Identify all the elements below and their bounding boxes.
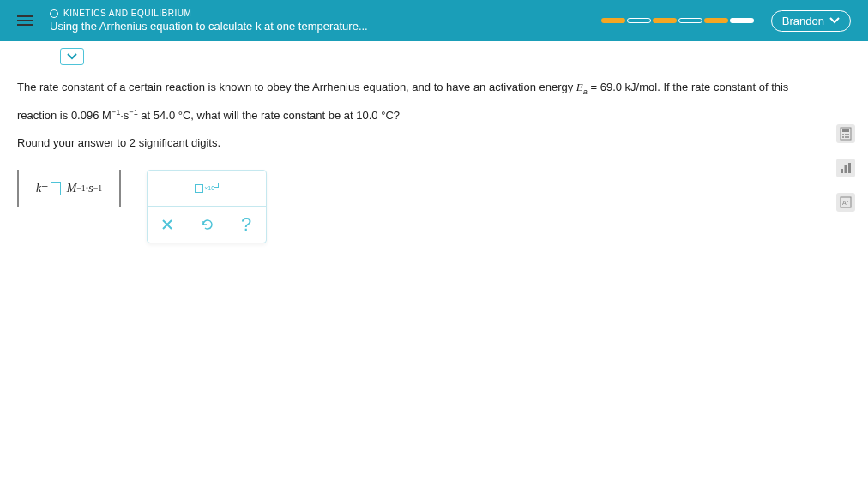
calculator-button[interactable] bbox=[836, 124, 855, 143]
clear-button[interactable] bbox=[150, 207, 184, 242]
sup-box-icon bbox=[214, 183, 219, 188]
text: at bbox=[138, 109, 154, 122]
sup: −1 bbox=[76, 181, 85, 196]
equals: = bbox=[41, 177, 48, 199]
calculator-icon bbox=[840, 127, 852, 141]
chevron-down-icon bbox=[67, 53, 77, 60]
sup: −1 bbox=[93, 181, 102, 196]
svg-point-6 bbox=[845, 136, 847, 138]
svg-rect-1 bbox=[842, 129, 849, 132]
symbol-E: E bbox=[576, 81, 583, 93]
collapse-button[interactable] bbox=[60, 48, 84, 65]
tool-panel: ×10 ? bbox=[147, 170, 267, 243]
user-menu[interactable]: Brandon bbox=[771, 10, 851, 32]
text: If the rate constant of this bbox=[660, 81, 789, 93]
svg-point-5 bbox=[842, 136, 844, 138]
answer-input[interactable] bbox=[51, 182, 61, 195]
sup: −1 bbox=[129, 108, 137, 117]
progress-bar bbox=[601, 18, 754, 23]
text: what will the rate constant be at bbox=[194, 109, 356, 122]
text: The rate constant of a certain reaction … bbox=[17, 81, 576, 93]
svg-point-3 bbox=[845, 134, 847, 135]
svg-point-2 bbox=[842, 134, 844, 135]
help-button[interactable]: ? bbox=[229, 207, 263, 242]
hamburger-icon bbox=[17, 15, 33, 26]
stats-button[interactable] bbox=[836, 159, 855, 177]
circle-icon bbox=[50, 9, 58, 18]
user-name: Brandon bbox=[782, 15, 824, 27]
value-Ea: = 69.0 kJ/mol. bbox=[588, 81, 660, 93]
problem-line-1: The rate constant of a certain reaction … bbox=[17, 77, 851, 99]
svg-rect-8 bbox=[841, 169, 843, 173]
svg-rect-10 bbox=[848, 163, 851, 173]
grid-icon: Ar bbox=[840, 196, 852, 208]
text: significant digits. bbox=[136, 136, 220, 149]
page-title: Using the Arrhenius equation to calculat… bbox=[50, 20, 601, 33]
box-icon bbox=[195, 184, 203, 193]
text: reaction is bbox=[17, 109, 71, 122]
undo-button[interactable] bbox=[190, 207, 224, 242]
value-T1: 54.0 °C, bbox=[154, 109, 194, 122]
periodic-table-button[interactable]: Ar bbox=[836, 193, 855, 212]
svg-rect-9 bbox=[845, 165, 847, 173]
value-T2: 10.0 °C? bbox=[356, 109, 400, 122]
svg-point-4 bbox=[847, 134, 849, 135]
sup: −1 bbox=[112, 108, 120, 117]
bar-chart-icon bbox=[840, 162, 852, 174]
value-k1: 0.096 M bbox=[71, 109, 112, 122]
chevron-down-icon bbox=[829, 17, 840, 24]
svg-text:Ar: Ar bbox=[842, 200, 849, 206]
svg-point-7 bbox=[847, 136, 849, 138]
menu-button[interactable] bbox=[17, 15, 33, 26]
header-text: KINETICS AND EQUILIBRIUM Using the Arrhe… bbox=[50, 9, 601, 33]
unit-s: ·s bbox=[120, 109, 129, 122]
breadcrumb: KINETICS AND EQUILIBRIUM bbox=[50, 9, 601, 18]
undo-icon bbox=[200, 218, 214, 231]
unit-M: M bbox=[67, 177, 77, 199]
x-icon bbox=[161, 219, 173, 231]
value-sigfig: 2 bbox=[130, 136, 136, 149]
text: Round your answer to bbox=[17, 136, 130, 149]
answer-expression[interactable]: k = M−1 · s−1 bbox=[17, 170, 121, 207]
scientific-notation-button[interactable]: ×10 bbox=[190, 171, 224, 206]
breadcrumb-label: KINETICS AND EQUILIBRIUM bbox=[63, 9, 191, 18]
problem-line-2: reaction is 0.096 M−1·s−1 at 54.0 °C, wh… bbox=[17, 105, 851, 126]
round-instruction: Round your answer to 2 significant digit… bbox=[17, 133, 851, 153]
